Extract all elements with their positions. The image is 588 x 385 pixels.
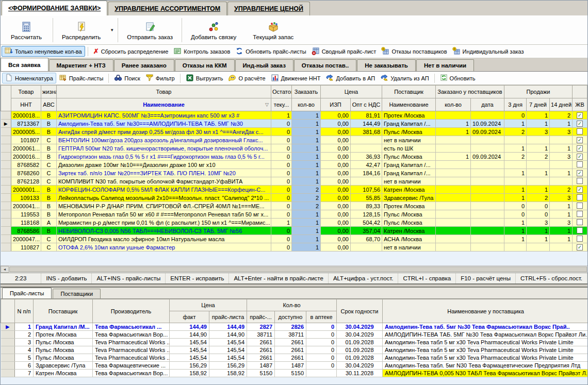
- cell-order-qty[interactable]: 1: [292, 161, 321, 169]
- cell-order-qty[interactable]: 1: [292, 177, 321, 186]
- table-row[interactable]: ▶8713367ВАмлодипин-Тева таб. 5мг №30===А…: [1, 120, 588, 128]
- checkbox-unchecked-icon[interactable]: [577, 211, 583, 217]
- checkbox-checked-icon[interactable]: ✓: [577, 137, 583, 143]
- col-header-abc[interactable]: АВС: [41, 98, 57, 111]
- col-header-current-stock[interactable]: теку...: [271, 98, 292, 111]
- col-group-sales[interactable]: Продажи: [504, 86, 573, 98]
- table-row[interactable]: 2000005...ВАнгиДак спрей д/мест прим доз…: [1, 128, 588, 136]
- individual-order-button[interactable]: Индивидуальный заказ: [450, 46, 527, 57]
- checkbox-checked-icon[interactable]: ✓: [577, 121, 583, 127]
- col-header-izp[interactable]: ИЗП: [321, 98, 351, 111]
- cell-order-qty[interactable]: 1: [292, 153, 321, 161]
- send-order-button[interactable]: Отправить заказ: [119, 16, 181, 44]
- checkbox-unchecked-icon[interactable]: [577, 236, 583, 242]
- distribute-dropdown-arrow[interactable]: ▼: [109, 16, 117, 44]
- about-calculation-button[interactable]: О расчёте: [225, 73, 268, 83]
- cell-zhv[interactable]: [573, 177, 587, 186]
- cell-order-qty[interactable]: 1: [292, 235, 321, 243]
- col-header-opt-nds[interactable]: Опт с НДС: [351, 98, 382, 111]
- supplier-refusals-button[interactable]: Отказы поставщиков: [379, 46, 449, 57]
- cell-zhv[interactable]: ✓: [573, 111, 587, 120]
- cell-zhv[interactable]: ✓: [573, 169, 587, 177]
- cell-zhv[interactable]: ✓: [573, 243, 587, 252]
- cell-order-qty[interactable]: 2: [292, 194, 321, 202]
- cell-zhv[interactable]: ✓: [573, 186, 587, 194]
- cell-order-qty[interactable]: 1: [292, 120, 321, 128]
- table-row[interactable]: 8768586ВНЕБИВОЛОЛ-СЗ 0,005 N56 ТАБЛ===НЕ…: [1, 227, 588, 235]
- cell-zhv[interactable]: [573, 128, 587, 136]
- table-row[interactable]: ▶1Гранд Капитал /М...Тева Фармасьютикал …: [1, 323, 588, 331]
- cell-order-qty[interactable]: 1: [292, 210, 321, 219]
- col-group-price[interactable]: Цена: [321, 86, 382, 98]
- horizontal-scrollbar[interactable]: ◂: [1, 265, 587, 273]
- scroll-left-icon[interactable]: ◂: [1, 266, 9, 273]
- cell-order-qty[interactable]: 1: [292, 128, 321, 136]
- col-header-pricelist-qty[interactable]: прайс-...: [247, 311, 275, 323]
- search-button[interactable]: Поиск: [111, 73, 142, 83]
- col-header-zhv[interactable]: ЖВ: [573, 98, 587, 111]
- reset-distribution-button[interactable]: ✗ Сбросить распределение: [91, 46, 171, 57]
- checkbox-checked-icon[interactable]: ✓: [577, 145, 583, 152]
- cell-zhv[interactable]: ✓: [573, 136, 587, 144]
- cell-zhv[interactable]: [573, 161, 587, 169]
- checkbox-checked-icon[interactable]: ✓: [577, 170, 583, 176]
- col-header-manufacturer[interactable]: Производитель: [93, 299, 170, 323]
- current-stock-button[interactable]: Текущий запас: [244, 16, 302, 44]
- col-header-supplier-item-name[interactable]: Наименование у поставщика: [383, 299, 587, 323]
- refresh-button[interactable]: Обновить: [437, 73, 478, 83]
- table-row[interactable]: 119553ВМетопролол Реневал табл 50 мг х60…: [1, 210, 588, 219]
- col-header-sales-7d[interactable]: 7 дней: [527, 98, 550, 111]
- cell-order-qty[interactable]: 2: [292, 186, 321, 194]
- cell-zhv[interactable]: [573, 194, 587, 202]
- export-button[interactable]: Выгрузить: [183, 73, 226, 83]
- checkbox-checked-icon[interactable]: ✓: [577, 154, 583, 160]
- nnt-movement-button[interactable]: Движение ННТ: [268, 73, 323, 83]
- col-group-order[interactable]: Заказать: [292, 86, 321, 98]
- cell-zhv[interactable]: [573, 235, 587, 243]
- cell-zhv[interactable]: ✓: [573, 144, 587, 153]
- table-row[interactable]: 7Катрен /МоскваТева Фармасьютикал Вор...…: [1, 370, 588, 377]
- checkbox-unchecked-icon[interactable]: [577, 203, 583, 209]
- cell-order-qty[interactable]: 1: [292, 243, 321, 252]
- tab-order-formation[interactable]: <ФОРМИРОВАНИЕ ЗАЯВКИ>: [2, 1, 107, 15]
- cell-order-qty[interactable]: 1: [292, 219, 321, 227]
- view-tab-do-not-order[interactable]: Не заказывать: [357, 59, 416, 71]
- cell-order-qty[interactable]: 2: [292, 202, 321, 210]
- checkbox-checked-icon[interactable]: ✓: [577, 187, 583, 193]
- col-group-tovar1[interactable]: Товар: [11, 86, 41, 98]
- col-group-tovar2[interactable]: Товар: [57, 86, 271, 98]
- view-tab-previously-ordered[interactable]: Ранее заказано: [114, 59, 174, 71]
- view-tab-marketing-ntz[interactable]: Маркетинг + НТЗ: [49, 59, 113, 71]
- cell-zhv[interactable]: [573, 202, 587, 210]
- checkbox-unchecked-icon[interactable]: [577, 194, 583, 200]
- checkbox-checked-icon[interactable]: ✓: [577, 112, 583, 119]
- table-row[interactable]: 2000001...ВКОРФЕЦИН-СОЛОФАРМ 0,5% 5МЛ ФЛ…: [1, 186, 588, 194]
- table-row[interactable]: 2000041...ВМЕНОВАЗИН Р-Р Д/НАР. ПРИМ. СП…: [1, 202, 588, 210]
- table-row[interactable]: 8762128СКОМПЛИВИТ N30 таб. покрытые обол…: [1, 177, 588, 186]
- col-group-lifecycle[interactable]: жизна: [41, 86, 57, 98]
- col-header-supplier-name[interactable]: Наименование: [382, 98, 436, 111]
- cell-zhv[interactable]: [573, 227, 587, 235]
- bottom-tab-pricelists[interactable]: Прайс-листы: [2, 288, 52, 298]
- table-row[interactable]: 8768582СДиазолин драже 100мг №10===Диазо…: [1, 161, 588, 169]
- checkbox-unchecked-icon[interactable]: [577, 161, 583, 168]
- table-row[interactable]: 2000016...ВГидрокортизон мазь глаз 0,5 %…: [1, 153, 588, 161]
- view-tab-individual-order[interactable]: Инд-ный заказ: [235, 59, 293, 71]
- cell-order-qty[interactable]: 1: [292, 111, 321, 120]
- checkbox-unchecked-icon[interactable]: [577, 227, 583, 233]
- table-row[interactable]: 118168АМирамистин р-р д/мест прим 0,01 %…: [1, 219, 588, 227]
- scrollbar-thumb[interactable]: [9, 266, 587, 272]
- view-tab-not-available[interactable]: Нет в наличии: [416, 59, 474, 71]
- checkbox-unchecked-icon[interactable]: [577, 219, 583, 225]
- cell-order-qty[interactable]: 1: [292, 136, 321, 144]
- cell-zhv[interactable]: [573, 210, 587, 219]
- col-header-supplier-date[interactable]: дата: [471, 98, 504, 111]
- table-row[interactable]: 2000047...СОИЛДРОП Гвоздика масло эфирно…: [1, 235, 588, 243]
- col-header-fact-price[interactable]: факт: [170, 311, 209, 323]
- table-row[interactable]: 109133ВЛейкопластырь Салипод мозольный 2…: [1, 194, 588, 202]
- bottom-tab-suppliers[interactable]: Поставщики: [53, 289, 101, 298]
- remove-from-ap-button[interactable]: Удалить из АП: [378, 73, 431, 83]
- col-header-order-qty[interactable]: кол-во: [292, 98, 321, 111]
- cell-order-qty[interactable]: 1: [292, 227, 321, 235]
- tab-price-management[interactable]: УПРАВЛЕНИЕ ЦЕНОЙ: [227, 2, 310, 15]
